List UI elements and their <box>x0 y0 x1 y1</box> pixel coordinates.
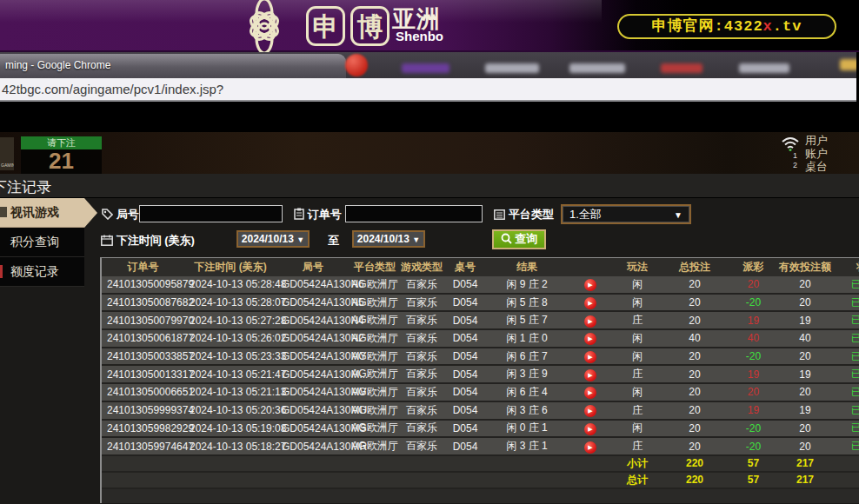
cell-round-no: GD05424A130N2 <box>276 332 350 344</box>
replay-button[interactable]: ▶ <box>584 387 596 399</box>
cell-round-no: GD05424A130MU <box>276 404 350 416</box>
column-header: 桌号 <box>443 260 487 275</box>
cell-table-no: D054 <box>443 296 487 308</box>
table-row: 241013050033857 2024-10-13 05:23:33 GD05… <box>102 348 859 367</box>
to-label: 至 <box>328 233 339 249</box>
sidebar-item-credit-records[interactable]: 额度记录 <box>0 257 84 287</box>
cell-platform: AG欧洲厅 <box>350 439 400 454</box>
cell-platform: AG欧洲厅 <box>350 295 400 310</box>
subtotal-label: 小计 <box>614 456 661 471</box>
blurred-nav-item <box>402 63 449 73</box>
cell-play-method: 庄 <box>614 367 661 381</box>
info-label-account: 账户 <box>805 147 859 160</box>
cell-total-bet: 20 <box>661 296 729 308</box>
table-row: 241013050079970 2024-10-13 05:27:28 GD05… <box>102 312 859 330</box>
bet-records-table: 订单号下注时间 (美东)局号平台类型游戏类型桌号结果玩法总投注派彩有效投注额状态… <box>100 257 859 503</box>
cell-table-no: D054 <box>443 422 487 434</box>
browser-urlbar[interactable]: 42tbgc.com/agingame/pcv1/index.jsp? <box>0 78 859 102</box>
cell-table-no: D054 <box>443 278 487 290</box>
seat-numbers: 12 <box>793 151 797 170</box>
cell-table-no: D054 <box>443 404 487 416</box>
site-label: 申博官网: <box>652 18 724 35</box>
flower-logo-icon <box>226 0 303 57</box>
chevron-down-icon: ▼ <box>296 235 304 244</box>
order-no-input[interactable] <box>345 205 483 222</box>
sidebar-item-video-games[interactable]: 视讯游戏 <box>0 198 84 228</box>
order-no-label: 订单号 <box>294 207 342 222</box>
replay-button[interactable]: ▶ <box>584 405 596 417</box>
replay-button[interactable]: ▶ <box>584 315 596 328</box>
cell-bet-time: 2024-10-13 05:28:07 <box>184 296 276 308</box>
round-no-input[interactable] <box>139 205 283 222</box>
site-number: 4322 <box>724 18 763 35</box>
column-header: 结果 <box>487 260 567 275</box>
blurred-nav-item <box>569 63 625 73</box>
tag-icon <box>102 209 113 220</box>
cell-platform: AG欧洲厅 <box>350 277 400 292</box>
replay-button[interactable]: ▶ <box>584 297 596 309</box>
cell-payout: 40 <box>729 332 778 344</box>
cell-total-bet: 20 <box>661 441 729 453</box>
countdown-timer: 21 <box>21 149 102 174</box>
cell-payout: 20 <box>729 278 778 290</box>
cell-round-no: GD05424A130M... <box>276 368 350 381</box>
date-from-picker[interactable]: 2024/10/13 ▼ <box>236 230 310 248</box>
table-row: 241013050087682 2024-10-13 05:28:07 GD05… <box>102 295 859 313</box>
cell-play-method: 闲 <box>614 295 661 310</box>
browser-titlebar: ming - Google Chrome <box>0 52 859 78</box>
query-button[interactable]: 查询 <box>492 229 546 249</box>
cell-bet-time: 2024-10-13 05:20:36 <box>184 404 276 416</box>
brand-header: 申 博 亚洲 Shenbo 申博官网:4322x.tv <box>0 0 859 52</box>
replay-button[interactable]: ▶ <box>584 333 596 345</box>
cell-platform: AG欧洲厅 <box>350 331 400 346</box>
column-header: 总投注 <box>661 260 729 275</box>
cell-round-no: GD05424A130MY <box>276 350 350 362</box>
logo-subtitle: Shenbo <box>396 29 443 43</box>
cell-table-no: D054 <box>443 350 487 362</box>
cell-platform: AG欧洲厅 <box>350 367 400 381</box>
list-icon <box>494 209 505 220</box>
sidebar-item-points-query[interactable]: 积分查询 <box>0 228 84 257</box>
cell-valid-bet: 19 <box>778 368 832 381</box>
cell-status: 已派彩 <box>832 313 859 328</box>
platform-type-select[interactable]: 1.全部 ▼ <box>561 204 691 224</box>
cell-valid-bet: 20 <box>778 278 832 290</box>
clipboard-icon <box>294 208 304 220</box>
cell-order-no: 241013050079970 <box>102 315 184 327</box>
cell-valid-bet: 20 <box>778 441 832 453</box>
cell-play-method: 庄 <box>614 439 661 454</box>
total-label: 总计 <box>614 473 661 487</box>
cell-status: 已派彩 <box>832 385 859 400</box>
replay-button[interactable]: ▶ <box>584 351 596 363</box>
cell-result: 闲 6 庄 4 <box>487 385 567 400</box>
cell-order-no: 241013050013317 <box>102 368 184 381</box>
cell-payout: 20 <box>729 386 778 398</box>
cell-platform: AG欧洲厅 <box>350 349 400 364</box>
cell-valid-bet: 20 <box>778 296 832 308</box>
wifi-icon <box>781 136 800 151</box>
replay-button[interactable]: ▶ <box>584 369 596 381</box>
blurred-nav-item <box>485 63 539 73</box>
cell-payout: -20 <box>729 350 778 362</box>
official-site-pill[interactable]: 申博官网:4322x.tv <box>617 14 836 39</box>
cell-bet-time: 2024-10-13 05:19:08 <box>184 422 276 434</box>
date-to-picker[interactable]: 2024/10/13 ▼ <box>352 230 425 248</box>
replay-button[interactable]: ▶ <box>584 279 596 291</box>
url-text[interactable]: 42tbgc.com/agingame/pcv1/index.jsp? <box>2 82 223 96</box>
cell-play-method: 庄 <box>614 403 661 418</box>
cell-order-no: 241013050095879 <box>102 278 184 290</box>
bet-countdown-box: 请下注 21 <box>21 136 102 174</box>
cell-result: 闲 5 庄 8 <box>487 295 567 310</box>
replay-button[interactable]: ▶ <box>584 441 596 454</box>
cell-total-bet: 40 <box>661 332 729 344</box>
blurred-nav-item <box>661 63 703 73</box>
cell-platform: AG欧洲厅 <box>350 385 400 400</box>
table-body: 241013050095879 2024-10-13 05:28:48 GD05… <box>102 276 859 456</box>
cell-payout: 19 <box>729 315 778 327</box>
replay-button[interactable]: ▶ <box>584 423 596 435</box>
records-content: 视讯游戏 积分查询 额度记录 局号 订单号 平台类型 1.全部 ▼ <box>0 198 859 504</box>
cell-status: 已派彩 <box>832 349 859 364</box>
player-info-panel: 12 用户 账户 桌台 <box>805 134 859 173</box>
blurred-nav-item <box>739 63 789 73</box>
search-icon <box>501 233 512 244</box>
